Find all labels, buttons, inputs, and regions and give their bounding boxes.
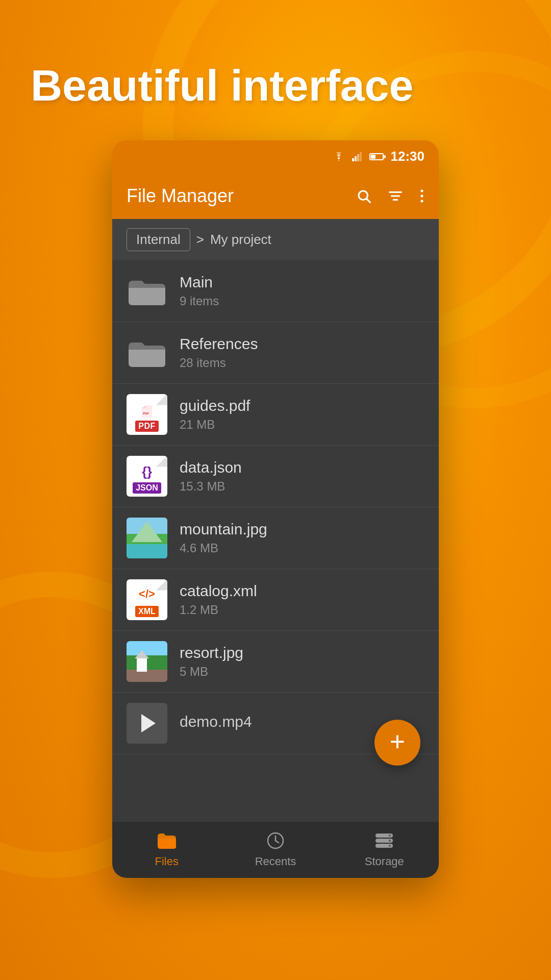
more-options-button[interactable] <box>419 188 424 204</box>
file-meta: 21 MB <box>180 418 424 432</box>
status-time: 12:30 <box>391 149 425 164</box>
list-item[interactable]: References 28 items <box>112 322 439 384</box>
list-item[interactable]: PDF PDF guides.pdf 21 MB <box>112 384 439 446</box>
phone-mockup: 12:30 File Manager <box>112 140 439 878</box>
svg-point-20 <box>389 840 391 842</box>
clock-nav-icon <box>266 831 285 852</box>
file-list: Main 9 items References 28 items <box>112 260 439 822</box>
list-item[interactable]: mountain.jpg 4.6 MB <box>112 507 439 569</box>
nav-label-storage: Storage <box>365 855 404 868</box>
breadcrumb-separator: > <box>196 232 204 248</box>
file-meta: 15.3 MB <box>180 479 424 494</box>
nav-label-files: Files <box>155 855 178 868</box>
nav-item-recents[interactable]: Recents <box>221 831 330 868</box>
status-bar: 12:30 <box>112 140 439 173</box>
file-name: catalog.xml <box>180 582 424 600</box>
list-item[interactable]: Main 9 items <box>112 260 439 322</box>
breadcrumb-root[interactable]: Internal <box>127 228 190 251</box>
nav-label-recents: Recents <box>255 855 296 868</box>
svg-point-11 <box>421 200 423 202</box>
app-title: File Manager <box>127 185 356 207</box>
file-meta: 28 items <box>180 356 424 370</box>
add-fab-button[interactable]: + <box>374 720 420 766</box>
file-name: Main <box>180 274 424 291</box>
folder-nav-icon <box>157 831 177 852</box>
svg-line-5 <box>367 199 370 202</box>
file-name: resort.jpg <box>180 644 424 662</box>
svg-rect-0 <box>352 158 354 161</box>
search-button[interactable] <box>356 188 371 204</box>
svg-point-9 <box>421 189 423 192</box>
svg-rect-1 <box>355 156 357 161</box>
app-toolbar: File Manager <box>112 173 439 219</box>
add-icon: + <box>390 728 405 755</box>
svg-point-19 <box>389 835 391 837</box>
hero-title: Beautiful interface <box>0 0 551 130</box>
image-thumbnail <box>127 518 167 558</box>
list-item[interactable]: {} JSON data.json 15.3 MB <box>112 446 439 507</box>
xml-icon: </> XML <box>127 579 167 620</box>
list-item[interactable]: resort.jpg 5 MB <box>112 631 439 693</box>
nav-item-files[interactable]: Files <box>112 831 221 868</box>
svg-line-15 <box>276 841 279 843</box>
image-thumbnail <box>127 641 167 682</box>
file-name: data.json <box>180 459 424 476</box>
breadcrumb: Internal > My project <box>112 219 439 260</box>
svg-point-10 <box>421 194 423 197</box>
file-name: mountain.jpg <box>180 521 424 538</box>
folder-icon <box>127 332 167 373</box>
file-name: guides.pdf <box>180 397 424 414</box>
storage-nav-icon <box>374 831 394 852</box>
pdf-icon: PDF PDF <box>127 394 167 435</box>
breadcrumb-current: My project <box>210 232 271 248</box>
battery-icon <box>369 153 384 160</box>
svg-text:PDF: PDF <box>143 412 149 415</box>
folder-icon <box>127 271 167 311</box>
file-meta: 9 items <box>180 294 424 308</box>
json-icon: {} JSON <box>127 456 167 497</box>
file-name: References <box>180 335 424 353</box>
sort-button[interactable] <box>388 188 403 204</box>
svg-point-21 <box>389 845 391 847</box>
list-item[interactable]: </> XML catalog.xml 1.2 MB <box>112 569 439 631</box>
file-meta: 1.2 MB <box>180 603 424 617</box>
bottom-navigation: Files Recents <box>112 822 439 878</box>
signal-icon <box>352 152 362 161</box>
wifi-icon <box>333 152 345 161</box>
svg-rect-2 <box>357 154 359 161</box>
file-meta: 4.6 MB <box>180 541 424 555</box>
svg-rect-3 <box>360 152 362 161</box>
file-meta: 5 MB <box>180 665 424 679</box>
nav-item-storage[interactable]: Storage <box>330 831 439 868</box>
video-icon <box>127 703 167 744</box>
